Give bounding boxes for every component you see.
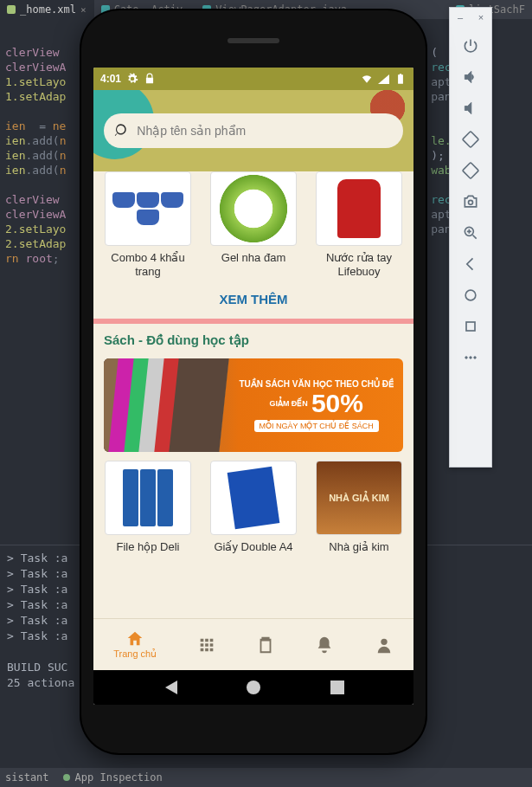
svg-point-0	[63, 774, 70, 781]
app-inspection-tool[interactable]: App Inspection	[61, 770, 163, 785]
clipboard-icon	[256, 635, 275, 655]
settings-icon	[126, 73, 138, 85]
product-name: Combo 4 khẩu trang	[100, 251, 195, 278]
see-more-link[interactable]: XEM THÊM	[93, 283, 413, 319]
ide-status-bar: sistant App Inspection	[0, 768, 532, 787]
app-header	[93, 90, 413, 171]
nav-orders[interactable]	[256, 635, 275, 655]
wifi-icon	[361, 73, 373, 85]
banner-big: 50%	[311, 389, 363, 418]
section-title: Sách - Đồ dùng học tập	[93, 324, 413, 353]
bottom-nav: Trang chủ	[93, 618, 413, 670]
android-status-bar: 4:01	[93, 68, 413, 90]
product-name: Nhà giả kim	[327, 540, 390, 554]
product-name: Gel nha đam	[220, 251, 287, 265]
emulator-device: 4:01 Combo 4 khẩu trang	[81, 10, 426, 753]
nav-profile[interactable]	[375, 635, 394, 655]
close-button[interactable]: ×	[471, 8, 491, 27]
bell-icon	[315, 635, 334, 655]
product-image	[210, 461, 297, 535]
grid-icon	[197, 635, 216, 655]
device-screen[interactable]: 4:01 Combo 4 khẩu trang	[93, 68, 413, 705]
code-gutter-left: clerView clerViewA 1.setLayo 1.setAdap i…	[0, 45, 66, 266]
product-image	[316, 171, 402, 246]
nav-categories[interactable]	[197, 635, 216, 655]
search-input[interactable]	[137, 124, 393, 138]
svg-rect-1	[463, 132, 479, 148]
svg-point-3	[469, 200, 473, 204]
volume-down-icon[interactable]	[457, 94, 484, 122]
power-icon[interactable]	[457, 32, 484, 60]
product-image	[105, 461, 191, 535]
product-card[interactable]: Combo 4 khẩu trang	[100, 171, 195, 278]
product-card[interactable]: Gel nha đam	[206, 171, 301, 278]
search-box[interactable]	[104, 113, 403, 148]
volume-up-icon[interactable]	[457, 63, 484, 91]
status-time: 4:01	[100, 73, 121, 85]
svg-rect-6	[466, 322, 475, 331]
svg-point-7	[465, 357, 468, 359]
lock-icon	[144, 73, 156, 85]
ide-tab-home-xml[interactable]: _home.xml ×	[0, 0, 94, 19]
product-image: NHÀ GIẢ KIM	[316, 461, 402, 535]
android-back[interactable]	[163, 681, 177, 694]
product-card[interactable]: Giấy Double A4	[206, 461, 301, 554]
product-card[interactable]: File hộp Deli	[100, 461, 195, 554]
product-row-2: File hộp Deli Giấy Double A4 NHÀ GIẢ KIM…	[93, 461, 413, 559]
svg-point-8	[470, 357, 472, 359]
battery-icon	[394, 73, 407, 85]
banner-line3: MỖI NGÀY MỘT CHỦ ĐỀ SÁCH	[254, 420, 379, 432]
more-icon[interactable]	[457, 344, 484, 371]
svg-rect-2	[463, 163, 479, 179]
rotate-right-icon[interactable]	[457, 157, 484, 184]
android-home[interactable]	[247, 681, 260, 694]
product-image	[210, 171, 297, 246]
home-icon	[125, 629, 144, 648]
product-image	[105, 171, 191, 246]
promo-banner[interactable]: TUẦN SÁCH VĂN HỌC THEO CHỦ ĐỀ GIẢM ĐẾN 5…	[104, 358, 403, 452]
camera-icon[interactable]	[457, 188, 484, 216]
product-name: File hộp Deli	[114, 540, 181, 554]
banner-books-graphic	[104, 358, 229, 452]
back-icon[interactable]	[457, 250, 484, 278]
app-scroll[interactable]: Combo 4 khẩu trang Gel nha đam Nước rửa …	[93, 171, 413, 618]
overview-icon[interactable]	[457, 313, 484, 340]
product-row-1: Combo 4 khẩu trang Gel nha đam Nước rửa …	[93, 171, 413, 283]
nav-home[interactable]: Trang chủ	[113, 629, 157, 660]
emulator-side-toolbar: – ×	[449, 7, 492, 468]
zoom-in-icon[interactable]	[457, 219, 484, 247]
assistant-tool[interactable]: sistant	[5, 770, 49, 785]
product-card[interactable]: NHÀ GIẢ KIM Nhà giả kim	[311, 461, 407, 554]
rotate-left-icon[interactable]	[457, 126, 484, 153]
home-icon[interactable]	[457, 281, 484, 309]
android-recents[interactable]	[330, 681, 344, 694]
android-soft-keys	[93, 670, 413, 705]
svg-point-5	[465, 290, 476, 300]
close-icon[interactable]: ×	[80, 3, 87, 17]
search-icon	[114, 122, 130, 139]
svg-point-10	[381, 638, 387, 644]
minimize-button[interactable]: –	[450, 8, 471, 27]
nav-notifications[interactable]	[315, 635, 334, 655]
svg-point-9	[474, 357, 477, 359]
product-name: Giấy Double A4	[212, 540, 294, 554]
signal-icon	[378, 74, 389, 84]
product-card[interactable]: Nước rửa tay Lifebuoy	[311, 171, 407, 278]
product-name: Nước rửa tay Lifebuoy	[311, 251, 407, 278]
banner-line1: TUẦN SÁCH VĂN HỌC THEO CHỦ ĐỀ	[239, 379, 394, 389]
person-icon	[375, 635, 394, 655]
